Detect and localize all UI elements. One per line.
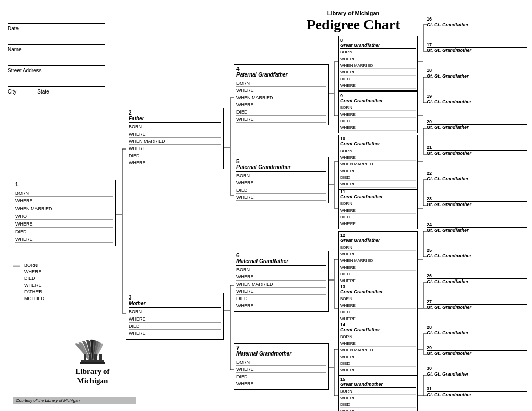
person-9-name: Great Grandmother — [340, 98, 416, 103]
library-logo-icon — [72, 339, 113, 367]
person-10-name: Great Grandfather — [340, 141, 416, 146]
anc-25: 25 Gt. Gt. Grandmother — [427, 248, 527, 258]
anc-29: 29 Gt. Gt. Grandmother — [427, 345, 527, 356]
person-13-name: Great Grandmother — [340, 289, 416, 294]
person-3-where2: WHERE — [129, 330, 221, 337]
legend-dash: — — [13, 262, 20, 269]
page: Library of Michigan Pedigree Chart Date … — [0, 0, 532, 411]
person-1-married: WHEN MARRIED — [15, 206, 113, 212]
anc-26: 26 Gt. Gt. Grandfather — [427, 273, 527, 284]
person-7-box: 7 Maternal Grandmother BORN WHERE DIED W… — [234, 343, 329, 390]
person-1-where2: WHERE — [15, 221, 113, 227]
person-6-box: 6 Maternal Grandfather BORN WHERE WHEN M… — [234, 251, 329, 312]
person-3-num: 3 — [129, 295, 221, 301]
anc-28: 28 Gt. Gt. Grandfather — [427, 325, 527, 335]
anc-27: 27 Gt. Gt. Grandmother — [427, 299, 527, 310]
person-5-box: 5 Paternal Grandmother BORN WHERE DIED W… — [234, 157, 329, 203]
person-12-name: Great Grandfather — [340, 238, 416, 243]
person-2-box: 2 Father BORN WHERE WHEN MARRIED WHERE D… — [126, 108, 224, 169]
person-2-where1: WHERE — [129, 131, 221, 137]
anc-19: 19 Gt. Gt. Grandmother — [427, 94, 527, 104]
person-5-num: 5 — [236, 159, 326, 164]
person-2-died: DIED — [129, 153, 221, 159]
anc-21: 21 Gt. Gt. Grandmother — [427, 145, 527, 156]
svg-rect-65 — [80, 362, 105, 364]
person-13-box: 13 Great Grandmother BORN WHERE DIED WHE… — [338, 283, 418, 324]
person-2-married: WHEN MARRIED — [129, 138, 221, 144]
anc-30: 30 Gt. Gt. Grandfather — [427, 366, 527, 377]
anc-20: 20 Gt. Gt. Grandfather — [427, 119, 527, 130]
person-14-box: 14 Great Grandfather BORN WHERE WHEN MAR… — [338, 321, 418, 376]
person-1-who: WHO — [15, 213, 113, 219]
svg-rect-61 — [84, 354, 86, 360]
person-1-box: 1 BORN WHERE WHEN MARRIED WHO WHERE DIED… — [13, 180, 116, 246]
person-1-num: 1 — [15, 182, 113, 188]
legend-items: BORN WHERE DIED WHERE FATHER MOTHER — [24, 262, 44, 302]
person-8-name: Great Grandfather — [340, 43, 416, 48]
anc-22: 22 Gt. Gt. Grandfather — [427, 171, 527, 181]
logo-area: Library of Michigan — [46, 339, 139, 385]
person-11-name: Great Grandmother — [340, 194, 416, 199]
person-7-name: Maternal Grandmother — [236, 351, 326, 357]
logo-text-line2: Michigan — [46, 376, 139, 385]
person-1-where3: WHERE — [15, 236, 113, 242]
person-4-box: 4 Paternal Grandfather BORN WHERE WHEN M… — [234, 64, 329, 125]
person-2-where2: WHERE — [129, 145, 221, 152]
courtesy-bar: Courtesy of the Library of Michigan — [13, 397, 136, 404]
person-4-num: 4 — [236, 66, 326, 72]
person-3-born: BORN — [129, 309, 221, 315]
person-2-num: 2 — [129, 110, 221, 116]
person-9-box: 9 Great Grandmother BORN WHERE DIED WHER… — [338, 91, 418, 133]
anc-18: 18 Gt. Gt. Grandfather — [427, 68, 527, 79]
person-15-name: Great Grandmother — [340, 382, 416, 387]
person-6-name: Maternal Grandfather — [236, 258, 326, 264]
svg-rect-60 — [81, 360, 104, 362]
person-11-box: 11 Great Grandmother BORN WHERE DIED WHE… — [338, 188, 418, 229]
person-4-name: Paternal Grandfather — [236, 72, 326, 78]
svg-rect-63 — [94, 354, 97, 360]
anc-17: 17 Gt. Gt. Grandmother — [427, 42, 527, 53]
courtesy-text: Courtesy of the Library of Michigan — [16, 398, 80, 403]
person-15-box: 15 Great Grandmother BORN WHERE DIED WHE… — [338, 375, 418, 411]
person-3-name: Mother — [129, 301, 221, 306]
person-6-num: 6 — [236, 253, 326, 258]
anc-31: 31 Gt. Gt. Grandmother — [427, 386, 527, 397]
person-1-born: BORN — [15, 190, 113, 196]
person-2-born: BORN — [129, 124, 221, 130]
person-3-where1: WHERE — [129, 316, 221, 322]
person-3-died: DIED — [129, 323, 221, 329]
person-3-box: 3 Mother BORN WHERE DIED WHERE — [126, 293, 224, 340]
svg-rect-64 — [99, 354, 102, 360]
person-2-name: Father — [129, 116, 221, 121]
anc-24: 24 Gt. Gt. Grandfather — [427, 222, 527, 233]
anc-23: 23 Gt. Gt. Grandmother — [427, 196, 527, 207]
svg-rect-62 — [89, 354, 91, 360]
legend-area: — BORN WHERE DIED WHERE FATHER MOTHER — [13, 262, 126, 303]
person-7-num: 7 — [236, 345, 326, 351]
anc-16: 16 Gt. Gt. Grandfather — [427, 16, 527, 27]
person-12-box: 12 Great Grandfather BORN WHERE WHEN MAR… — [338, 231, 418, 286]
person-1-where1: WHERE — [15, 198, 113, 204]
person-14-name: Great Grandfather — [340, 327, 416, 332]
person-2-where3: WHERE — [129, 160, 221, 166]
person-5-name: Paternal Grandmother — [236, 164, 326, 170]
person-1-died: DIED — [15, 229, 113, 235]
person-10-box: 10 Great Grandfather BORN WHERE WHEN MAR… — [338, 135, 418, 190]
logo-text-line1: Library of — [46, 367, 139, 376]
person-8-box: 8 Great Grandfather BORN WHERE WHEN MARR… — [338, 36, 418, 91]
